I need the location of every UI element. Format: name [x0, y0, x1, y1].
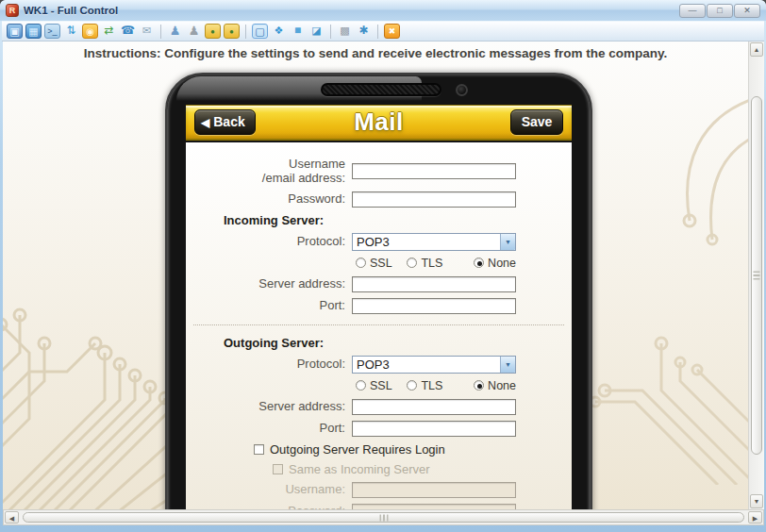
incoming-none-radio[interactable]: None: [474, 257, 516, 270]
titlebar: R WK1 - Full Control — □ ✕: [0, 0, 766, 21]
speaker-grille: [321, 83, 441, 96]
window-title: WK1 - Full Control: [24, 5, 118, 16]
instructions-text: Instructions: Configure the settings to …: [3, 46, 748, 60]
incoming-ssl-radio[interactable]: SSL: [356, 257, 407, 270]
save-button[interactable]: Save: [510, 109, 563, 135]
outgoing-port-label: Port:: [186, 422, 345, 436]
chat-transfer-icon[interactable]: ⇄: [101, 24, 117, 39]
file-transfer-icon[interactable]: ⇅: [63, 24, 79, 39]
incoming-server-address-label: Server address:: [186, 277, 345, 291]
mail-settings-form: Username /email address: Password: Incom…: [186, 142, 572, 509]
user-icon[interactable]: ♟: [167, 24, 183, 39]
mail-header-bar: Mail ◀Back Save: [186, 105, 572, 141]
remote-lock-icon[interactable]: ▩: [337, 24, 353, 39]
circuit-pattern-right: [586, 79, 748, 485]
outgoing-server-address-input[interactable]: [352, 399, 516, 415]
incoming-tls-radio[interactable]: TLS: [407, 257, 474, 270]
password-input[interactable]: [352, 191, 516, 208]
app-window: R WK1 - Full Control — □ ✕ ▣ ▦ >_ ⇅ ◉ ⇄ …: [0, 0, 766, 532]
back-button[interactable]: ◀Back: [194, 109, 256, 135]
outgoing-protocol-label: Protocol:: [186, 357, 345, 372]
vertical-scrollbar[interactable]: ▲ ▼: [748, 42, 764, 509]
user-group-icon[interactable]: ♟: [186, 24, 202, 39]
incoming-port-label: Port:: [186, 299, 345, 313]
toolbar-separator: [330, 25, 331, 39]
message-bubble-icon[interactable]: ✉: [139, 24, 155, 39]
incoming-server-address-input[interactable]: [352, 276, 516, 292]
chevron-down-icon: ▼: [500, 234, 515, 250]
toolbar-separator: [160, 25, 161, 39]
same-as-incoming-label: Same as Incoming Server: [289, 462, 430, 476]
same-as-incoming-row: Same as Incoming Server: [273, 462, 572, 476]
toolbar-separator: [245, 25, 246, 39]
minimize-button[interactable]: —: [679, 4, 706, 18]
scroll-right-button[interactable]: ▶: [748, 511, 762, 524]
view-scale-icon[interactable]: ◪: [308, 24, 325, 39]
scroll-left-button[interactable]: ◀: [5, 511, 19, 524]
requires-login-row: Outgoing Server Requires Login: [254, 442, 572, 457]
outgoing-server-address-label: Server address:: [186, 400, 345, 414]
locked-folder-icon[interactable]: ●: [205, 24, 221, 39]
close-button[interactable]: ✕: [734, 4, 760, 18]
thumb-grip: [379, 514, 388, 521]
view-full-icon[interactable]: ■: [290, 24, 306, 39]
command-window-icon[interactable]: >_: [44, 24, 60, 39]
scroll-up-button[interactable]: ▲: [750, 42, 763, 57]
horizontal-scrollbar[interactable]: ◀ ▶: [3, 509, 764, 525]
camera: [456, 84, 468, 96]
app-icon: R: [6, 4, 19, 17]
view-window-icon[interactable]: ▢: [252, 24, 268, 39]
password-label: Password:: [186, 192, 345, 207]
username-input[interactable]: [352, 163, 516, 179]
phone-mockup: Mail ◀Back Save Username /email address:: [165, 73, 592, 509]
same-as-incoming-checkbox: [273, 464, 283, 474]
vertical-scroll-thumb[interactable]: [751, 96, 762, 455]
phone-call-icon[interactable]: ☎: [120, 24, 136, 39]
back-arrow-icon: ◀: [201, 116, 209, 129]
phone-screen: Username /email address: Password: Incom…: [186, 142, 572, 509]
scroll-down-button[interactable]: ▼: [750, 494, 763, 508]
outgoing-server-heading: Outgoing Server:: [224, 336, 572, 350]
security-badge-icon[interactable]: ◉: [82, 24, 98, 39]
outgoing-security-options: SSL TLS None: [352, 378, 516, 393]
admin-tools-icon[interactable]: ✱: [356, 24, 372, 39]
incoming-protocol-label: Protocol:: [186, 235, 345, 249]
remote-control-icon[interactable]: ▣: [7, 24, 23, 39]
thumb-grip: [754, 272, 760, 280]
locked-folder-alt-icon[interactable]: ●: [224, 24, 240, 39]
requires-login-checkbox[interactable]: [254, 444, 264, 455]
remote-view: Instructions: Configure the settings to …: [3, 42, 748, 509]
username-label: Username /email address:: [186, 158, 345, 186]
maximize-button[interactable]: □: [707, 4, 733, 18]
incoming-server-heading: Incoming Server:: [224, 213, 572, 227]
screen-view-icon[interactable]: ▦: [25, 24, 42, 39]
outgoing-none-radio[interactable]: None: [474, 379, 516, 392]
outgoing-username-label: Username:: [186, 483, 345, 497]
incoming-security-options: SSL TLS None: [352, 256, 516, 271]
view-expand-icon[interactable]: ❖: [271, 24, 287, 39]
outgoing-tls-radio[interactable]: TLS: [407, 379, 474, 392]
horizontal-scroll-thumb[interactable]: [23, 512, 744, 523]
toolbar-separator: [377, 25, 378, 39]
chevron-down-icon: ▼: [500, 357, 515, 373]
disconnect-icon[interactable]: ✖: [384, 24, 400, 39]
incoming-port-input[interactable]: [352, 298, 516, 314]
outgoing-protocol-select[interactable]: POP3 ▼: [352, 356, 516, 374]
toolbar: ▣ ▦ >_ ⇅ ◉ ⇄ ☎ ✉ ♟ ♟ ● ● ▢ ❖ ■ ◪ ▩ ✱ ✖: [2, 21, 764, 42]
outgoing-username-input: [352, 482, 516, 498]
outgoing-ssl-radio[interactable]: SSL: [356, 379, 407, 392]
requires-login-label: Outgoing Server Requires Login: [270, 442, 445, 457]
incoming-protocol-select[interactable]: POP3 ▼: [352, 233, 516, 251]
section-divider: [193, 324, 564, 325]
outgoing-port-input[interactable]: [352, 421, 516, 437]
